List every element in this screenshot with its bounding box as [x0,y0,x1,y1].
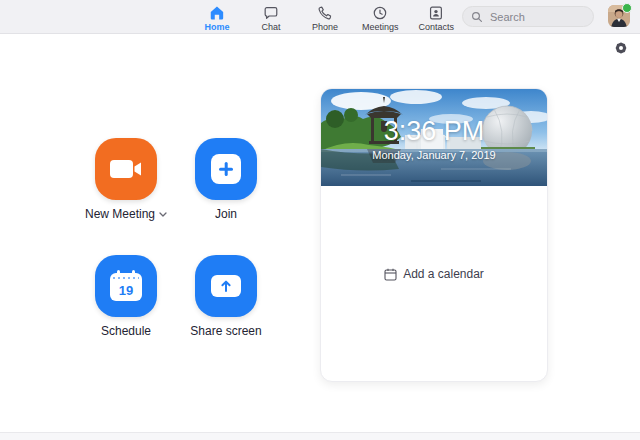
tab-phone-label: Phone [312,22,338,32]
new-meeting-label: New Meeting [85,207,155,221]
share-up-arrow-icon [211,275,241,297]
tab-meetings[interactable]: Meetings [360,3,401,33]
share-screen-action: Share screen [195,255,257,317]
share-screen-button[interactable] [195,255,257,317]
new-meeting-button[interactable] [95,138,157,200]
add-calendar-button[interactable]: Add a calendar [321,267,547,281]
clock-background-photo [321,89,547,186]
tab-phone[interactable]: Phone [306,3,344,33]
contacts-icon [428,4,444,21]
add-calendar-label: Add a calendar [403,267,484,281]
chat-icon [263,4,279,21]
primary-nav: Home Chat Phone Meetings Contacts [198,3,456,33]
schedule-label: Schedule [101,324,151,338]
new-meeting-action: New Meeting [95,138,157,200]
join-button[interactable] [195,138,257,200]
join-action: Join [195,138,257,200]
settings-gear-icon[interactable] [613,40,629,56]
tab-chat[interactable]: Chat [252,3,290,33]
user-avatar[interactable] [608,5,630,27]
online-status-dot [622,3,632,13]
calendar-day: 19 [119,281,133,301]
plus-icon [211,154,241,184]
home-icon [209,4,225,21]
new-meeting-label-row: New Meeting [85,207,167,221]
search-icon [471,11,483,23]
tab-home-label: Home [204,22,229,32]
bottom-divider [0,432,640,440]
tab-contacts-label: Contacts [419,22,455,32]
chevron-down-icon[interactable] [159,212,167,217]
phone-icon [317,4,333,21]
schedule-action: 19 Schedule [95,255,157,317]
calendar-icon: 19 [110,270,142,302]
join-label: Join [215,207,237,221]
schedule-button[interactable]: 19 [95,255,157,317]
share-screen-label: Share screen [190,324,261,338]
top-bar: Home Chat Phone Meetings Contacts [0,0,640,34]
video-camera-icon [109,157,143,181]
tab-chat-label: Chat [261,22,280,32]
tab-contacts[interactable]: Contacts [417,3,457,33]
tab-home[interactable]: Home [198,3,236,33]
search-input[interactable] [488,10,585,24]
tab-meetings-label: Meetings [362,22,399,32]
add-calendar-icon [384,268,397,281]
search-box[interactable] [462,6,594,27]
calendar-widget-card: 3:36 PM Monday, January 7, 2019 Add a ca… [320,88,548,382]
meetings-clock-icon [372,4,388,21]
